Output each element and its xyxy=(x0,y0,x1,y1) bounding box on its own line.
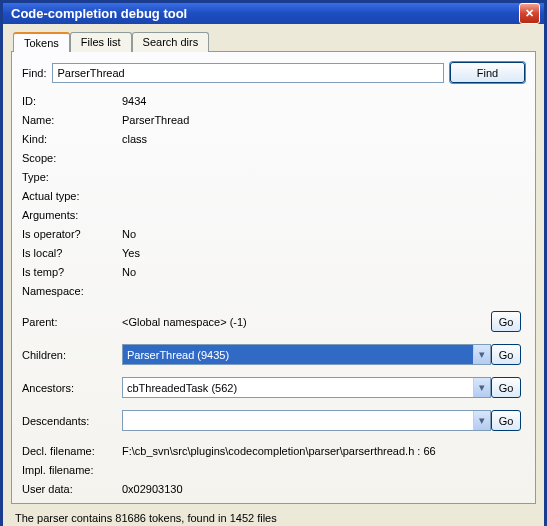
val-isop: No xyxy=(122,226,525,242)
val-args xyxy=(122,213,525,217)
ancestors-go-button[interactable]: Go xyxy=(491,377,521,398)
window-title: Code-completion debug tool xyxy=(11,6,519,21)
client-area: Tokens Files list Search dirs Find: Find… xyxy=(3,24,544,526)
val-islocal: Yes xyxy=(122,245,525,261)
close-icon[interactable]: ✕ xyxy=(519,3,540,24)
find-input[interactable] xyxy=(52,63,444,83)
lbl-decl: Decl. filename: xyxy=(22,443,122,459)
descendants-combo-text xyxy=(123,411,473,430)
lbl-impl: Impl. filename: xyxy=(22,462,122,478)
lbl-isop: Is operator? xyxy=(22,226,122,242)
val-udata: 0x02903130 xyxy=(122,481,525,497)
val-parent: <Global namespace> (-1) xyxy=(122,316,247,328)
descendants-combo[interactable]: ▾ xyxy=(122,410,491,431)
lbl-istemp: Is temp? xyxy=(22,264,122,280)
parent-go-button[interactable]: Go xyxy=(491,311,521,332)
val-istemp: No xyxy=(122,264,525,280)
lbl-actual: Actual type: xyxy=(22,188,122,204)
tabpane-tokens: Find: Find ID: 9434 Name: ParserThread K… xyxy=(11,51,536,504)
tab-tokens[interactable]: Tokens xyxy=(13,32,70,52)
find-button[interactable]: Find xyxy=(450,62,525,83)
lbl-type: Type: xyxy=(22,169,122,185)
tab-search-dirs[interactable]: Search dirs xyxy=(132,32,210,52)
val-kind: class xyxy=(122,131,525,147)
ancestors-combo[interactable]: cbThreadedTask (562) ▾ xyxy=(122,377,491,398)
lbl-children: Children: xyxy=(22,347,122,363)
chevron-down-icon[interactable]: ▾ xyxy=(473,378,490,397)
lbl-kind: Kind: xyxy=(22,131,122,147)
val-type xyxy=(122,175,525,179)
lbl-args: Arguments: xyxy=(22,207,122,223)
val-ns xyxy=(122,289,525,293)
tab-files-list[interactable]: Files list xyxy=(70,32,132,52)
lbl-desc: Descendants: xyxy=(22,413,122,429)
lbl-udata: User data: xyxy=(22,481,122,497)
val-id: 9434 xyxy=(122,93,525,109)
details-grid: ID: 9434 Name: ParserThread Kind: class … xyxy=(22,93,525,497)
lbl-ns: Namespace: xyxy=(22,283,122,299)
val-scope xyxy=(122,156,525,160)
children-combo[interactable]: ParserThread (9435) ▾ xyxy=(122,344,491,365)
children-combo-text: ParserThread (9435) xyxy=(123,345,473,364)
ancestors-combo-text: cbThreadedTask (562) xyxy=(123,378,473,397)
lbl-ancestors: Ancestors: xyxy=(22,380,122,396)
titlebar: Code-completion debug tool ✕ xyxy=(3,3,544,24)
lbl-name: Name: xyxy=(22,112,122,128)
chevron-down-icon[interactable]: ▾ xyxy=(473,345,490,364)
chevron-down-icon[interactable]: ▾ xyxy=(473,411,490,430)
val-name: ParserThread xyxy=(122,112,525,128)
lbl-islocal: Is local? xyxy=(22,245,122,261)
lbl-parent: Parent: xyxy=(22,314,122,330)
status-text: The parser contains 81686 tokens, found … xyxy=(11,504,536,526)
find-label: Find: xyxy=(22,67,46,79)
tabstrip: Tokens Files list Search dirs xyxy=(11,32,536,52)
lbl-id: ID: xyxy=(22,93,122,109)
descendants-go-button[interactable]: Go xyxy=(491,410,521,431)
children-go-button[interactable]: Go xyxy=(491,344,521,365)
val-decl: F:\cb_svn\src\plugins\codecompletion\par… xyxy=(122,443,525,459)
window: Code-completion debug tool ✕ Tokens File… xyxy=(0,0,547,526)
lbl-scope: Scope: xyxy=(22,150,122,166)
val-impl xyxy=(122,468,525,472)
val-actual xyxy=(122,194,525,198)
